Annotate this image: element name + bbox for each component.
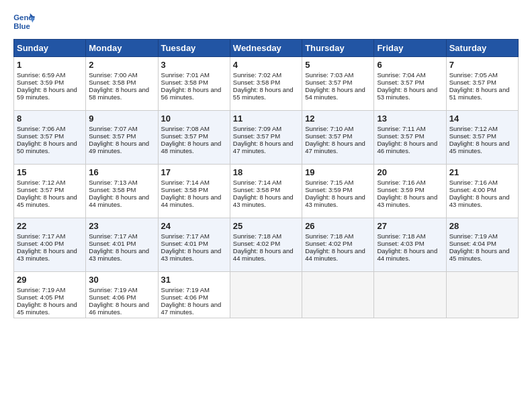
daylight-text: Daylight: 8 hours and 43 minutes. [17, 247, 77, 262]
calendar-cell: 15Sunrise: 7:12 AMSunset: 3:57 PMDayligh… [14, 165, 86, 218]
daylight-text: Daylight: 8 hours and 56 minutes. [161, 86, 222, 101]
sunset-text: Sunset: 3:57 PM [449, 132, 496, 140]
day-header-wednesday: Wednesday [230, 40, 302, 57]
sunset-text: Sunset: 3:57 PM [17, 186, 64, 193]
calendar-cell: 4Sunrise: 7:02 AMSunset: 3:58 PMDaylight… [230, 57, 302, 111]
sunrise-text: Sunrise: 7:13 AM [89, 179, 137, 186]
sunrise-text: Sunrise: 7:02 AM [233, 71, 281, 79]
sunset-text: Sunset: 3:57 PM [161, 132, 208, 140]
sunrise-text: Sunrise: 7:05 AM [449, 71, 498, 79]
daylight-text: Daylight: 8 hours and 45 minutes. [17, 193, 77, 208]
day-number: 6 [377, 60, 443, 70]
day-header-friday: Friday [374, 40, 446, 57]
daylight-text: Daylight: 8 hours and 58 minutes. [89, 86, 149, 101]
calendar-body: 1Sunrise: 6:59 AMSunset: 3:59 PMDaylight… [14, 57, 519, 318]
sunrise-text: Sunrise: 7:18 AM [233, 232, 281, 240]
daylight-text: Daylight: 8 hours and 43 minutes. [161, 247, 222, 262]
day-number: 7 [449, 60, 515, 70]
calendar-cell: 13Sunrise: 7:11 AMSunset: 3:57 PMDayligh… [374, 111, 446, 165]
daylight-text: Daylight: 8 hours and 44 minutes. [305, 247, 365, 262]
sunset-text: Sunset: 3:57 PM [377, 132, 424, 140]
calendar-cell: 17Sunrise: 7:14 AMSunset: 3:58 PMDayligh… [158, 165, 230, 218]
calendar-cell: 16Sunrise: 7:13 AMSunset: 3:58 PMDayligh… [86, 165, 158, 218]
day-number: 28 [449, 221, 515, 231]
day-header-tuesday: Tuesday [158, 40, 230, 57]
sunrise-text: Sunrise: 7:14 AM [161, 179, 210, 186]
day-number: 5 [305, 60, 371, 70]
daylight-text: Daylight: 8 hours and 49 minutes. [89, 140, 149, 154]
sunrise-text: Sunrise: 7:18 AM [377, 232, 425, 240]
sunset-text: Sunset: 4:00 PM [17, 240, 64, 247]
calendar-cell: 8Sunrise: 7:06 AMSunset: 3:57 PMDaylight… [14, 111, 86, 165]
daylight-text: Daylight: 8 hours and 55 minutes. [233, 86, 294, 101]
sunrise-text: Sunrise: 7:17 AM [161, 232, 210, 240]
sunset-text: Sunset: 3:58 PM [161, 79, 208, 86]
daylight-text: Daylight: 8 hours and 43 minutes. [233, 193, 294, 208]
day-number: 17 [161, 167, 227, 177]
header: General Blue [13, 12, 519, 31]
day-number: 8 [17, 113, 83, 124]
calendar-cell: 10Sunrise: 7:08 AMSunset: 3:57 PMDayligh… [158, 111, 230, 165]
calendar-cell: 19Sunrise: 7:15 AMSunset: 3:59 PMDayligh… [302, 165, 374, 218]
daylight-text: Daylight: 8 hours and 47 minutes. [161, 301, 222, 316]
sunrise-text: Sunrise: 7:17 AM [89, 232, 137, 240]
sunset-text: Sunset: 4:04 PM [449, 240, 496, 247]
daylight-text: Daylight: 8 hours and 46 minutes. [89, 301, 149, 316]
sunset-text: Sunset: 4:02 PM [305, 240, 352, 247]
sunset-text: Sunset: 3:57 PM [17, 132, 64, 140]
daylight-text: Daylight: 8 hours and 43 minutes. [449, 193, 510, 208]
calendar-header-row: SundayMondayTuesdayWednesdayThursdayFrid… [14, 40, 519, 57]
day-number: 22 [17, 221, 83, 231]
day-number: 4 [233, 60, 299, 70]
sunset-text: Sunset: 4:01 PM [161, 240, 208, 247]
day-number: 19 [305, 167, 371, 177]
sunrise-text: Sunrise: 7:04 AM [377, 71, 425, 79]
sunrise-text: Sunrise: 7:19 AM [449, 232, 498, 240]
daylight-text: Daylight: 8 hours and 48 minutes. [161, 140, 222, 154]
daylight-text: Daylight: 8 hours and 44 minutes. [377, 247, 437, 262]
calendar-week-row: 29Sunrise: 7:19 AMSunset: 4:05 PMDayligh… [14, 272, 519, 318]
sunrise-text: Sunrise: 7:19 AM [161, 286, 210, 293]
svg-text:Blue: Blue [13, 22, 30, 30]
day-header-sunday: Sunday [14, 40, 86, 57]
sunset-text: Sunset: 4:01 PM [89, 240, 136, 247]
daylight-text: Daylight: 8 hours and 47 minutes. [305, 140, 365, 154]
sunset-text: Sunset: 4:03 PM [377, 240, 424, 247]
day-number: 21 [449, 167, 515, 177]
sunset-text: Sunset: 3:58 PM [233, 79, 280, 86]
day-number: 23 [89, 221, 154, 231]
sunrise-text: Sunrise: 7:19 AM [89, 286, 137, 293]
calendar-cell: 20Sunrise: 7:16 AMSunset: 3:59 PMDayligh… [374, 165, 446, 218]
day-number: 10 [161, 113, 227, 124]
logo-icon: General Blue [13, 12, 35, 31]
sunset-text: Sunset: 3:59 PM [305, 186, 352, 193]
calendar-week-row: 22Sunrise: 7:17 AMSunset: 4:00 PMDayligh… [14, 218, 519, 272]
sunrise-text: Sunrise: 7:16 AM [377, 179, 425, 186]
calendar-cell: 29Sunrise: 7:19 AMSunset: 4:05 PMDayligh… [14, 272, 86, 318]
sunset-text: Sunset: 4:06 PM [89, 293, 136, 301]
sunset-text: Sunset: 3:57 PM [449, 79, 496, 86]
calendar-cell: 25Sunrise: 7:18 AMSunset: 4:02 PMDayligh… [230, 218, 302, 272]
daylight-text: Daylight: 8 hours and 44 minutes. [89, 193, 149, 208]
sunrise-text: Sunrise: 7:11 AM [377, 125, 425, 132]
sunrise-text: Sunrise: 7:08 AM [161, 125, 210, 132]
day-number: 11 [233, 113, 299, 124]
day-number: 3 [161, 60, 227, 70]
sunset-text: Sunset: 3:58 PM [233, 186, 280, 193]
daylight-text: Daylight: 8 hours and 43 minutes. [305, 193, 365, 208]
sunset-text: Sunset: 3:59 PM [377, 186, 424, 193]
day-header-saturday: Saturday [446, 40, 518, 57]
sunrise-text: Sunrise: 7:18 AM [305, 232, 353, 240]
sunrise-text: Sunrise: 7:12 AM [449, 125, 498, 132]
sunset-text: Sunset: 3:57 PM [233, 132, 280, 140]
sunrise-text: Sunrise: 7:09 AM [233, 125, 281, 132]
day-number: 12 [305, 113, 371, 124]
sunset-text: Sunset: 3:57 PM [377, 79, 424, 86]
sunrise-text: Sunrise: 7:14 AM [233, 179, 281, 186]
daylight-text: Daylight: 8 hours and 45 minutes. [17, 301, 77, 316]
day-number: 27 [377, 221, 443, 231]
calendar-cell: 21Sunrise: 7:16 AMSunset: 4:00 PMDayligh… [446, 165, 518, 218]
sunrise-text: Sunrise: 7:12 AM [17, 179, 65, 186]
calendar-cell: 30Sunrise: 7:19 AMSunset: 4:06 PMDayligh… [86, 272, 158, 318]
calendar-cell: 3Sunrise: 7:01 AMSunset: 3:58 PMDaylight… [158, 57, 230, 111]
